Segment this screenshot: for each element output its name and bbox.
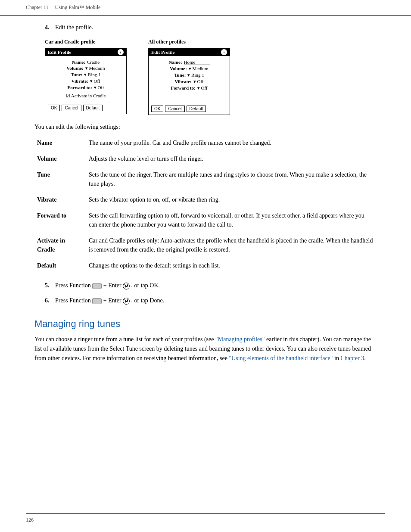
page-footer: 126 [26, 517, 34, 523]
car-name-row: Name: Cradle [49, 59, 123, 65]
other-profile-label: All other profiles [148, 39, 230, 45]
settings-table: NameThe name of your profile. Car and Cr… [34, 135, 377, 274]
managing-profiles-link[interactable]: "Managing profiles" [215, 336, 265, 342]
car-tune-row: Tune: ▾ Ring 1 [49, 72, 123, 78]
enter-key-icon-5 [123, 283, 130, 289]
other-vibrate-label: Vibrate: [174, 79, 191, 84]
other-name-row: Name: Home [152, 59, 226, 65]
car-ok-btn[interactable]: OK [48, 105, 60, 111]
table-row: Activate in CradleCar and Cradle profile… [34, 233, 377, 258]
car-volume-label: Volume: [66, 65, 83, 71]
car-title-bar: Edit Profile i [45, 48, 126, 56]
function-key-icon-5 [92, 283, 102, 289]
section-body-part3: in [333, 355, 341, 361]
other-forward-row: Forward to: ▾ Off [152, 85, 226, 91]
footer-divider [26, 513, 385, 514]
car-tune-label: Tune: [71, 72, 82, 78]
other-forward-label: Forward to: [171, 85, 196, 91]
other-cancel-btn[interactable]: Cancel [165, 106, 184, 112]
car-vibrate-label: Vibrate: [71, 78, 88, 84]
other-default-btn[interactable]: Default [187, 106, 206, 112]
page-number: 126 [26, 517, 34, 523]
step-6-text: Press Function + Enter , or tap Done. [55, 297, 377, 305]
car-info-icon: i [118, 49, 124, 55]
setting-term: Tune [34, 167, 86, 192]
step-4-number: 4. [45, 24, 55, 31]
chapter-label: Chapter 11 [26, 4, 49, 10]
step-6: 6. Press Function + Enter , or tap Done. [45, 297, 377, 305]
step-6-number: 6. [45, 297, 55, 305]
profiles-container: Car and Cradle profile Edit Profile i Na… [45, 39, 377, 115]
section-heading: Managing ring tunes [34, 318, 377, 330]
car-forward-row: Forward to: ▾ Off [49, 85, 123, 90]
other-tune-val: ▾ Ring 1 [187, 72, 204, 78]
other-volume-val: ▾ Medium [189, 66, 209, 72]
other-info-icon: i [221, 49, 227, 55]
car-cancel-btn[interactable]: Cancel [62, 105, 81, 111]
table-row: VolumeAdjusts the volume level or turns … [34, 151, 377, 167]
other-profile-dialog: Edit Profile i Name: Home Volume: ▾ Medi… [148, 48, 230, 115]
car-activate-text: ☑ Activate in Cradle [66, 93, 106, 99]
setting-term: Forward to [34, 208, 86, 233]
car-name-val: Cradle [87, 59, 100, 65]
table-row: VibrateSets the vibrator option to on, o… [34, 192, 377, 208]
using-elements-link[interactable]: "Using elements of the handheld interfac… [229, 355, 333, 361]
car-name-label: Name: [72, 59, 85, 65]
chapter-title: Using Palm™ Mobile [55, 4, 101, 10]
setting-term: Name [34, 135, 86, 151]
other-title-bar: Edit Profile i [149, 48, 230, 56]
section-body-part4: . [364, 355, 366, 361]
setting-desc: Sets the call forwarding option to off, … [86, 208, 377, 233]
setting-desc: Sets the tune of the ringer. There are m… [86, 167, 377, 192]
table-row: TuneSets the tune of the ringer. There a… [34, 167, 377, 192]
other-profile-body: Name: Home Volume: ▾ Medium Tune: ▾ Ring… [149, 56, 230, 104]
you-can-edit-text: You can edit the following settings: [34, 124, 377, 131]
other-dialog-title: Edit Profile [151, 50, 174, 55]
setting-term: Volume [34, 151, 86, 167]
other-buttons: OK Cancel Default [149, 104, 230, 115]
car-default-btn[interactable]: Default [83, 105, 103, 111]
other-tune-row: Tune: ▾ Ring 1 [152, 72, 226, 78]
car-profile-label: Car and Cradle profile [45, 39, 127, 45]
setting-desc: Changes the options to the default setti… [86, 258, 377, 274]
other-name-label: Name: [168, 59, 182, 65]
car-profile-body: Name: Cradle Volume: ▾ Medium Tune: ▾ Ri… [45, 56, 126, 103]
enter-key-icon-6 [123, 298, 130, 305]
setting-term: Activate in Cradle [34, 233, 86, 258]
car-volume-val: ▾ Medium [85, 65, 105, 71]
car-volume-row: Volume: ▾ Medium [49, 65, 123, 71]
car-forward-val: ▾ Off [94, 85, 104, 90]
step-4: 4. Edit the profile. [45, 24, 377, 31]
setting-desc: Car and Cradle profiles only: Auto-activ… [86, 233, 377, 258]
setting-desc: Adjusts the volume level or turns off th… [86, 151, 377, 167]
function-key-icon-6 [92, 298, 102, 304]
other-profile-wrap: All other profiles Edit Profile i Name: … [148, 39, 230, 115]
car-buttons: OK Cancel Default [45, 103, 126, 114]
step-5-text: Press Function + Enter , or tap OK. [55, 282, 377, 289]
other-volume-label: Volume: [170, 66, 187, 72]
car-vibrate-val: ▾ Off [90, 78, 100, 84]
other-volume-row: Volume: ▾ Medium [152, 66, 226, 72]
main-content: 4. Edit the profile. Car and Cradle prof… [0, 16, 411, 389]
table-row: Forward toSets the call forwarding optio… [34, 208, 377, 233]
car-tune-val: ▾ Ring 1 [84, 72, 100, 78]
other-vibrate-val: ▾ Off [193, 79, 204, 84]
car-activate-row: ☑ Activate in Cradle [49, 93, 123, 99]
setting-desc: The name of your profile. Car and Cradle… [86, 135, 377, 151]
table-row: DefaultChanges the options to the defaul… [34, 258, 377, 274]
other-tune-label: Tune: [174, 72, 186, 78]
car-profile-wrap: Car and Cradle profile Edit Profile i Na… [45, 39, 127, 115]
other-vibrate-row: Vibrate: ▾ Off [152, 79, 226, 84]
step-5-number: 5. [45, 282, 55, 289]
chapter3-link[interactable]: Chapter 3 [340, 355, 364, 361]
setting-desc: Sets the vibrator option to on, off, or … [86, 192, 377, 208]
setting-term: Default [34, 258, 86, 274]
setting-term: Vibrate [34, 192, 86, 208]
page-header: Chapter 11 Using Palm™ Mobile [0, 0, 411, 16]
section-body: You can choose a ringer tune from a tune… [34, 335, 377, 364]
table-row: NameThe name of your profile. Car and Cr… [34, 135, 377, 151]
other-ok-btn[interactable]: OK [151, 106, 163, 112]
car-dialog-title: Edit Profile [48, 50, 71, 55]
section-body-part1: You can choose a ringer tune from a tune… [34, 336, 215, 342]
other-forward-val: ▾ Off [197, 85, 208, 91]
